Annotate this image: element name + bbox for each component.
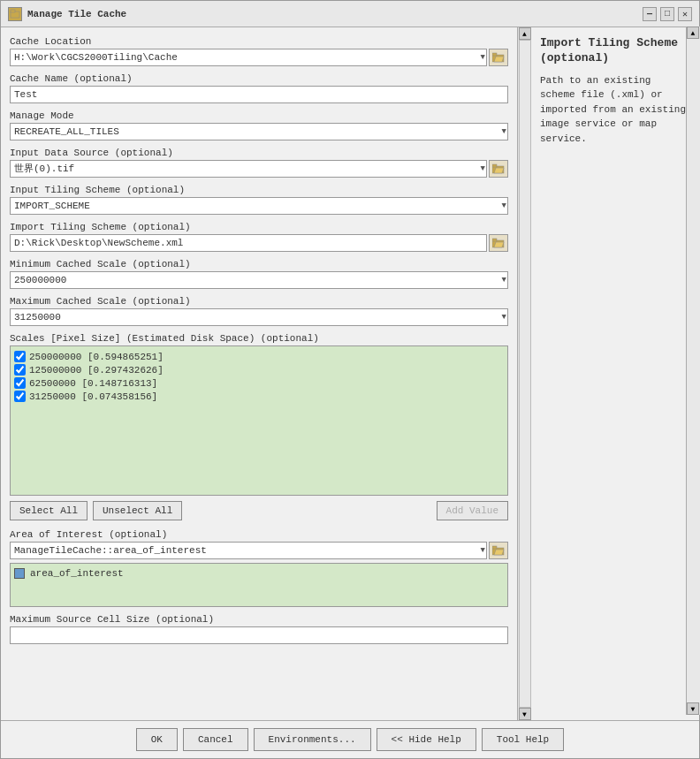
aoi-select-wrapper: ManageTileCache::area_of_interest ▼ <box>10 542 487 559</box>
close-button[interactable]: ✕ <box>678 7 692 21</box>
manage-mode-select[interactable]: RECREATE_ALL_TILES RECREATE_EMPTY_TILES … <box>10 123 508 140</box>
scale-checkbox-1[interactable] <box>14 351 26 362</box>
svg-rect-3 <box>492 53 497 56</box>
manage-mode-select-wrapper: RECREATE_ALL_TILES RECREATE_EMPTY_TILES … <box>10 123 508 140</box>
min-cached-group: Minimum Cached Scale (optional) 25000000… <box>10 259 508 289</box>
hide-help-button[interactable]: << Hide Help <box>377 728 476 751</box>
manage-mode-group: Manage Mode RECREATE_ALL_TILES RECREATE_… <box>10 110 508 140</box>
aoi-label: Area of Interest (optional) <box>10 529 508 540</box>
main-content: Cache Location H:\Work\CGCS2000Tiling\Ca… <box>1 27 699 720</box>
input-data-row: 世界(0).tif ▼ <box>10 160 508 178</box>
folder-open-icon-4 <box>492 545 505 556</box>
scales-buttons: Select All Unselect All Add Value <box>10 501 508 520</box>
scroll-down-button[interactable]: ▼ <box>519 708 531 720</box>
cache-location-browse-button[interactable] <box>489 49 508 66</box>
min-cached-select-wrapper: 250000000 125000000 62500000 31250000 ▼ <box>10 271 508 289</box>
max-cached-label: Maximum Cached Scale (optional) <box>10 296 508 307</box>
input-tiling-group: Input Tiling Scheme (optional) IMPORT_SC… <box>10 185 508 215</box>
scroll-track[interactable] <box>519 40 531 708</box>
max-cached-select[interactable]: 31250000 62500000 125000000 250000000 <box>10 308 508 326</box>
scale-item: 62500000 [0.148716313] <box>14 376 504 390</box>
scroll-up-button[interactable]: ▲ <box>519 27 531 40</box>
input-tiling-select-wrapper: IMPORT_SCHEME ArcGIS_ONLINE_SCHEME ARCGI… <box>10 197 508 215</box>
svg-marker-10 <box>494 242 504 247</box>
scale-text-3: 62500000 [0.148716313] <box>29 378 157 389</box>
right-scroll-up[interactable]: ▲ <box>687 27 699 39</box>
import-tiling-group: Import Tiling Scheme (optional) <box>10 222 508 252</box>
right-scroll-down[interactable]: ▼ <box>687 702 699 715</box>
scales-group: Scales [Pixel Size] (Estimated Disk Spac… <box>10 333 508 520</box>
folder-open-icon-3 <box>492 238 505 248</box>
scale-text-4: 31250000 [0.074358156] <box>29 391 157 402</box>
input-data-label: Input Data Source (optional) <box>10 148 508 158</box>
aoi-row: ManageTileCache::area_of_interest ▼ <box>10 542 508 559</box>
cache-location-row: H:\Work\CGCS2000Tiling\Cache ▼ <box>10 49 508 66</box>
scales-list: 250000000 [0.594865251] 125000000 [0.297… <box>10 345 508 496</box>
unselect-all-button[interactable]: Unselect All <box>93 501 182 520</box>
manage-tile-cache-window: Manage Tile Cache — □ ✕ Cache Location H… <box>0 0 700 759</box>
maximize-button[interactable]: □ <box>660 7 674 21</box>
left-scroll-wrapper: Cache Location H:\Work\CGCS2000Tiling\Ca… <box>1 27 531 720</box>
cache-name-label: Cache Name (optional) <box>10 73 508 84</box>
scale-item: 31250000 [0.074358156] <box>14 390 504 403</box>
window-icon <box>8 7 22 21</box>
aoi-browse-button[interactable] <box>489 542 508 559</box>
folder-open-icon-2 <box>492 163 505 174</box>
scale-checkbox-3[interactable] <box>14 377 26 389</box>
input-tiling-select[interactable]: IMPORT_SCHEME ArcGIS_ONLINE_SCHEME ARCGI… <box>10 197 508 215</box>
aoi-item-text: area_of_interest <box>30 568 124 579</box>
scale-checkbox-4[interactable] <box>14 391 26 402</box>
right-panel-description: Path to an existing scheme file (.xml) o… <box>540 73 690 147</box>
scale-text-2: 125000000 [0.297432626] <box>29 365 164 376</box>
input-data-select[interactable]: 世界(0).tif <box>10 160 487 178</box>
import-tiling-label: Import Tiling Scheme (optional) <box>10 222 508 232</box>
minimize-button[interactable]: — <box>643 7 657 21</box>
import-tiling-input[interactable] <box>10 234 487 252</box>
aoi-item: area_of_interest <box>14 567 504 580</box>
manage-mode-label: Manage Mode <box>10 110 508 121</box>
add-value-button[interactable]: Add Value <box>437 501 508 520</box>
import-tiling-browse-button[interactable] <box>489 234 508 252</box>
max-source-label: Maximum Source Cell Size (optional) <box>10 614 508 625</box>
window-title: Manage Tile Cache <box>27 9 643 19</box>
max-source-input[interactable] <box>10 626 508 644</box>
input-data-browse-button[interactable] <box>489 160 508 178</box>
max-source-group: Maximum Source Cell Size (optional) <box>10 614 508 644</box>
scales-label: Scales [Pixel Size] (Estimated Disk Spac… <box>10 333 508 344</box>
right-scroll-track[interactable] <box>687 39 699 702</box>
svg-marker-4 <box>494 57 504 62</box>
cache-location-label: Cache Location <box>10 36 508 47</box>
window-controls: — □ ✕ <box>643 7 692 21</box>
right-panel-title: Import Tiling Scheme (optional) <box>540 36 690 66</box>
min-cached-select[interactable]: 250000000 125000000 62500000 31250000 <box>10 271 508 289</box>
svg-rect-12 <box>492 546 497 549</box>
scale-item: 250000000 [0.594865251] <box>14 350 504 363</box>
cancel-button[interactable]: Cancel <box>183 728 248 751</box>
input-tiling-label: Input Tiling Scheme (optional) <box>10 185 508 195</box>
environments-button[interactable]: Environments... <box>254 728 371 751</box>
cache-name-group: Cache Name (optional) Test <box>10 73 508 103</box>
min-cached-label: Minimum Cached Scale (optional) <box>10 259 508 269</box>
input-data-select-wrapper: 世界(0).tif ▼ <box>10 160 487 178</box>
cache-location-select-wrapper: H:\Work\CGCS2000Tiling\Cache ▼ <box>10 49 487 66</box>
aoi-group: Area of Interest (optional) ManageTileCa… <box>10 529 508 607</box>
ok-button[interactable]: OK <box>136 728 178 751</box>
aoi-list: area_of_interest <box>10 563 508 607</box>
svg-rect-1 <box>11 10 15 12</box>
vertical-scrollbar[interactable]: ▲ ▼ <box>517 27 531 720</box>
right-scrollbar[interactable]: ▲ ▼ <box>686 27 699 715</box>
scale-checkbox-2[interactable] <box>14 364 26 376</box>
cache-name-input[interactable]: Test <box>10 86 508 103</box>
svg-rect-6 <box>492 164 497 167</box>
aoi-select[interactable]: ManageTileCache::area_of_interest <box>10 542 487 559</box>
footer: OK Cancel Environments... << Hide Help T… <box>1 720 699 758</box>
aoi-color-indicator <box>14 568 25 579</box>
cache-location-select[interactable]: H:\Work\CGCS2000Tiling\Cache <box>10 49 487 66</box>
svg-marker-13 <box>494 550 504 555</box>
title-bar: Manage Tile Cache — □ ✕ <box>1 1 699 27</box>
tool-help-button[interactable]: Tool Help <box>482 728 564 751</box>
left-panel: Cache Location H:\Work\CGCS2000Tiling\Ca… <box>1 27 517 720</box>
select-all-button[interactable]: Select All <box>10 501 88 520</box>
scale-item: 125000000 [0.297432626] <box>14 363 504 376</box>
folder-open-icon <box>492 52 505 63</box>
